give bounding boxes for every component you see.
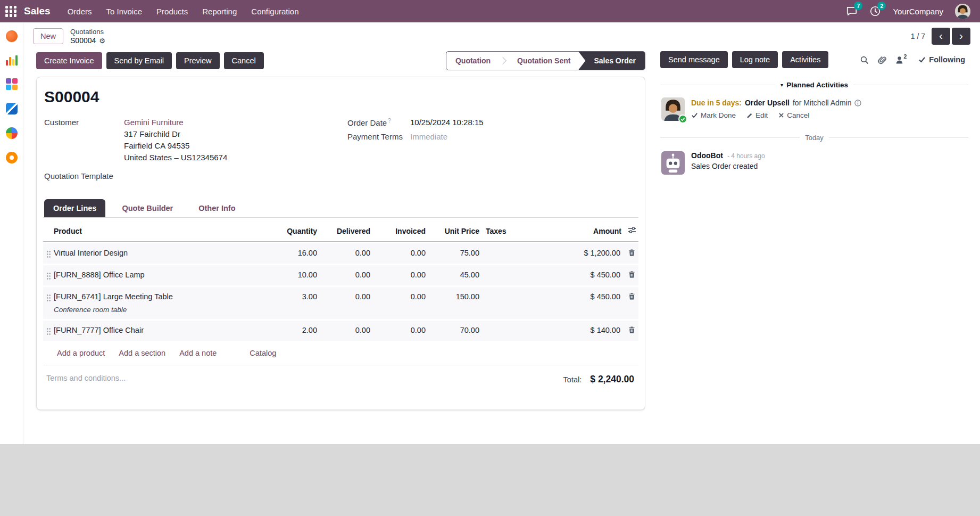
- add-a-product-link[interactable]: Add a product: [57, 349, 105, 357]
- user-avatar[interactable]: [955, 4, 970, 19]
- add-a-section-link[interactable]: Add a section: [119, 349, 165, 357]
- cell-amount: $ 450.00: [566, 287, 625, 319]
- cell-invoiced[interactable]: 0.00: [373, 287, 429, 319]
- cell-invoiced[interactable]: 0.00: [373, 243, 429, 264]
- messages-icon[interactable]: 7: [846, 5, 858, 17]
- main-area: New Quotations S00004 ⚙ 1 / 7 ‹ ›: [23, 22, 980, 444]
- dock-icon-orange-donut[interactable]: [6, 152, 18, 163]
- customer-address-line: 317 Fairchild Dr: [124, 129, 227, 138]
- info-icon[interactable]: [854, 100, 861, 107]
- tab-other-info[interactable]: Other Info: [189, 199, 244, 217]
- optional-columns-icon[interactable]: [625, 220, 638, 242]
- cell-quantity[interactable]: 3.00: [276, 287, 320, 319]
- row-drag-handle[interactable]: [43, 287, 51, 319]
- cell-taxes[interactable]: [483, 243, 566, 264]
- preview-button[interactable]: Preview: [176, 52, 220, 69]
- activity-avatar[interactable]: [661, 97, 685, 121]
- cell-unit-price[interactable]: 75.00: [429, 243, 483, 264]
- apps-grid-icon[interactable]: [5, 6, 16, 17]
- tab-quote-builder[interactable]: Quote Builder: [113, 199, 182, 217]
- cell-quantity[interactable]: 2.00: [276, 321, 320, 341]
- create-invoice-button[interactable]: Create Invoice: [36, 52, 102, 69]
- row-drag-handle[interactable]: [43, 265, 51, 285]
- cell-product[interactable]: [FURN_8888] Office Lamp: [51, 265, 276, 285]
- cell-delivered[interactable]: 0.00: [320, 265, 373, 285]
- terms-and-conditions-input[interactable]: Terms and conditions...: [46, 374, 126, 385]
- cell-delivered[interactable]: 0.00: [320, 287, 373, 319]
- send-message-button[interactable]: Send message: [660, 51, 728, 68]
- log-note-button[interactable]: Log note: [732, 51, 778, 68]
- cell-unit-price[interactable]: 45.00: [429, 265, 483, 285]
- edit-activity-button[interactable]: Edit: [746, 111, 768, 119]
- dock-icon-pie[interactable]: [6, 127, 18, 139]
- dock-icon-orange-circle[interactable]: [6, 30, 18, 42]
- cell-quantity[interactable]: 10.00: [276, 265, 320, 285]
- activity-due-date: Due in 5 days:: [691, 99, 742, 107]
- form-settings-gear-icon[interactable]: ⚙: [99, 37, 105, 45]
- trash-icon[interactable]: [628, 271, 636, 279]
- send-by-email-button[interactable]: Send by Email: [106, 52, 172, 69]
- breadcrumb-parent-link[interactable]: Quotations: [70, 28, 105, 36]
- cell-taxes[interactable]: [483, 265, 566, 285]
- activities-button[interactable]: Activities: [782, 51, 828, 68]
- cell-taxes[interactable]: [483, 287, 566, 319]
- planned-activities-toggle[interactable]: ▾ Planned Activities: [780, 81, 848, 89]
- dock-icon-blue-app[interactable]: [6, 103, 18, 114]
- attachments-paperclip-icon[interactable]: [877, 55, 886, 64]
- odoobot-avatar[interactable]: [661, 151, 685, 175]
- pager-previous-button[interactable]: ‹: [932, 28, 950, 45]
- pager-next-button[interactable]: ›: [952, 28, 970, 45]
- dock-icon-color-grid[interactable]: [6, 78, 18, 90]
- trash-icon[interactable]: [628, 292, 636, 300]
- cancel-activity-button[interactable]: Cancel: [778, 111, 809, 119]
- nav-item-configuration[interactable]: Configuration: [251, 7, 298, 16]
- product-name[interactable]: [FURN_6741] Large Meeting Table: [54, 292, 272, 301]
- mark-done-button[interactable]: Mark Done: [691, 111, 736, 119]
- screen: Sales Orders To Invoice Products Reporti…: [0, 0, 980, 516]
- app-brand[interactable]: Sales: [24, 5, 51, 17]
- cell-amount: $ 140.00: [566, 321, 625, 341]
- catalog-link[interactable]: Catalog: [250, 349, 276, 357]
- row-drag-handle[interactable]: [43, 321, 51, 341]
- cell-product[interactable]: Virtual Interior Design: [51, 243, 276, 264]
- add-a-note-link[interactable]: Add a note: [179, 349, 217, 357]
- status-step-sales-order[interactable]: Sales Order: [578, 52, 645, 70]
- cell-delivered[interactable]: 0.00: [320, 243, 373, 264]
- message-author[interactable]: OdooBot: [691, 151, 723, 160]
- cell-taxes[interactable]: [483, 321, 566, 341]
- cell-quantity[interactable]: 16.00: [276, 243, 320, 264]
- cell-unit-price[interactable]: 150.00: [429, 287, 483, 319]
- search-messages-icon[interactable]: [860, 55, 869, 64]
- dock-icon-bar-chart[interactable]: [6, 55, 18, 65]
- cell-delivered[interactable]: 0.00: [320, 321, 373, 341]
- caret-down-icon: ▾: [780, 82, 783, 88]
- customer-link[interactable]: Gemini Furniture: [124, 118, 184, 127]
- payment-terms-value[interactable]: Immediate: [410, 132, 447, 141]
- following-button[interactable]: Following: [915, 55, 968, 64]
- product-note[interactable]: Conference room table: [54, 306, 272, 314]
- order-date-value[interactable]: 10/25/2024 10:28:15: [410, 118, 484, 127]
- cell-invoiced[interactable]: 0.00: [373, 265, 429, 285]
- nav-item-reporting[interactable]: Reporting: [202, 7, 237, 16]
- nav-item-to-invoice[interactable]: To Invoice: [106, 7, 143, 16]
- trash-icon[interactable]: [628, 326, 636, 334]
- cancel-button[interactable]: Cancel: [224, 52, 264, 69]
- cell-invoiced[interactable]: 0.00: [373, 321, 429, 341]
- chevron-left-icon: ‹: [939, 30, 943, 41]
- followers-icon[interactable]: 2: [895, 55, 907, 64]
- row-drag-handle[interactable]: [43, 243, 51, 264]
- cell-product[interactable]: [FURN_6741] Large Meeting Table Conferen…: [51, 287, 276, 319]
- company-switcher[interactable]: YourCompany: [893, 7, 943, 16]
- activities-clock-icon[interactable]: 2: [869, 5, 881, 17]
- nav-item-products[interactable]: Products: [156, 7, 188, 16]
- tab-order-lines[interactable]: Order Lines: [44, 199, 105, 217]
- status-step-quotation-sent[interactable]: Quotation Sent: [508, 52, 579, 70]
- cell-unit-price[interactable]: 70.00: [429, 321, 483, 341]
- navbar-right: 7 2 YourCompany: [846, 4, 970, 19]
- nav-item-orders[interactable]: Orders: [68, 7, 92, 16]
- cell-product[interactable]: [FURN_7777] Office Chair: [51, 321, 276, 341]
- quotation-template-field[interactable]: Quotation Template: [44, 171, 347, 181]
- trash-icon[interactable]: [628, 249, 636, 257]
- status-step-quotation[interactable]: Quotation: [446, 52, 500, 70]
- new-button[interactable]: New: [33, 28, 63, 44]
